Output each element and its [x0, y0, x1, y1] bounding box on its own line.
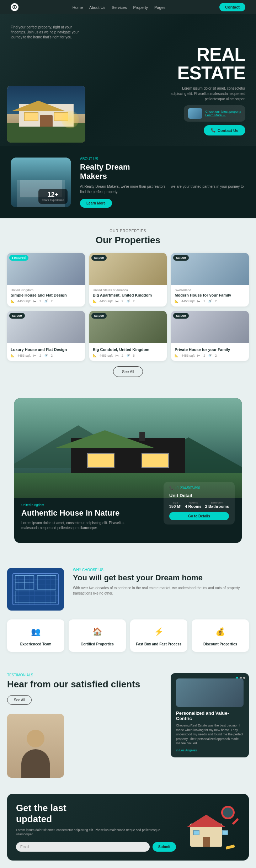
- bath-icon-3: 🚿: [208, 299, 212, 303]
- about-description: At Realty Dream Makers, we're more than …: [80, 184, 245, 195]
- hero-property-card[interactable]: Check our latest property Learn More →: [184, 105, 245, 122]
- property-name-5: Big Condotel, United Kingdom: [93, 347, 164, 352]
- features-grid: 👥 Experienced Team 🏠 Certified Propertie…: [7, 619, 249, 652]
- see-all-button[interactable]: See All: [113, 366, 143, 377]
- property-details-4: 📐 4453 sqft 🛏 2 🚿 2: [11, 354, 81, 357]
- bath-icon-5: 🚿: [126, 354, 130, 357]
- blueprint-inner: [12, 573, 59, 605]
- property-info-6: Private House for your Family 📐 4453 sqf…: [171, 343, 249, 361]
- bed-icon-2: 🛏: [116, 299, 119, 303]
- testimonials-title: Hear from our satisfied clients: [7, 679, 164, 690]
- phone-icon: 📞: [169, 486, 174, 490]
- about-content: ABOUT US Realty Dream Makers At Realty D…: [80, 157, 245, 208]
- property-card-link[interactable]: Learn More →: [205, 113, 241, 117]
- property-card-4[interactable]: $3,000 Luxury House and Flat Design 📐 44…: [7, 311, 85, 361]
- nav-links: Home About Us Services Property Pages: [73, 4, 166, 10]
- properties-grid: Featured United Kingdom Simple House and…: [7, 253, 249, 361]
- bed-icon-4: 🛏: [33, 354, 37, 357]
- about-title: Realty Dream Makers: [80, 163, 245, 181]
- property-info-1: United Kingdom Simple House and Flat Des…: [7, 285, 85, 307]
- bath-value-1: 2: [51, 299, 53, 303]
- featured-phone: 📞 +1 234-567-890: [169, 486, 229, 490]
- nav-home[interactable]: Home: [73, 5, 83, 10]
- bed-value-3: 2: [203, 299, 205, 303]
- property-details-3: 📐 4453 sqft 🛏 2 🚿 2: [175, 299, 245, 303]
- about-badge-label: Years Experience: [42, 198, 64, 202]
- featured-unit-title: Unit Detail: [169, 493, 229, 498]
- testimonial-card-image: [176, 678, 244, 707]
- property-badge-5: $3,000: [91, 313, 107, 319]
- nav-contact-button[interactable]: Contact: [219, 3, 245, 11]
- newsletter-email-input[interactable]: [16, 842, 150, 852]
- bath-value-5: 5: [133, 354, 135, 357]
- testimonial-card-author: in Los Angeles: [176, 749, 244, 752]
- area-value-3: 4453 sqft: [181, 299, 194, 303]
- newsletter-submit-button[interactable]: Submit: [153, 842, 176, 852]
- svg-point-1: [14, 6, 15, 8]
- newsletter-card: Get the last updated Lorem ipsum dolor s…: [7, 794, 249, 861]
- properties-section: OUR PROPERTIES Our Properties Featured U…: [0, 218, 256, 388]
- nav-pages[interactable]: Pages: [154, 5, 165, 10]
- feature-label-4: Discount Properties: [195, 642, 245, 646]
- featured-text: United Kingdom Authentic House in Nature…: [21, 503, 139, 536]
- feature-icon-2: 🏠: [90, 625, 105, 639]
- property-card-label: Check our latest property: [205, 110, 241, 113]
- property-info-3: Switzerland Modern House for your Family…: [171, 285, 249, 307]
- property-card-1[interactable]: Featured United Kingdom Simple House and…: [7, 253, 85, 307]
- bath-icon-6: 🚿: [208, 354, 212, 357]
- feature-card-3: ⚡ Fast Buy and Fast Process: [130, 619, 187, 652]
- hero-contact-button[interactable]: 📞 Contact Us: [204, 125, 245, 135]
- navbar: Home About Us Services Property Pages Co…: [0, 0, 256, 14]
- testimonials-see-all-button[interactable]: See All: [7, 695, 32, 705]
- testimonial-card-text: Choosing Real Estate was the best decisi…: [176, 723, 244, 746]
- why-tag: WHY CHOOSE US: [73, 568, 249, 572]
- bath-value-4: 2: [51, 354, 53, 357]
- featured-location: United Kingdom: [21, 503, 139, 507]
- person-image: [7, 714, 64, 778]
- why-text: WHY CHOOSE US You will get best your Dre…: [73, 568, 249, 596]
- newsletter-image: [183, 804, 240, 850]
- bath-icon-1: 🚿: [44, 299, 48, 303]
- bed-value-5: 2: [122, 354, 123, 357]
- hero-section: Find your perfect property, right at you…: [0, 14, 256, 146]
- feature-label-1: Experienced Team: [11, 642, 61, 646]
- unit-stats: Size 350 M² Rooms 4 Rooms Bathroom 2 Bat…: [169, 501, 229, 508]
- nav-about[interactable]: About Us: [89, 5, 105, 10]
- feature-card-4: 💰 Discount Properties: [192, 619, 249, 652]
- property-card-3[interactable]: $3,000 Switzerland Modern House for your…: [171, 253, 249, 307]
- bed-icon-3: 🛏: [197, 299, 201, 303]
- bath-icon-2: 🚿: [126, 299, 130, 303]
- unit-stat-bathroom: Bathroom 2 Bathrooms: [205, 501, 229, 508]
- property-details-5: 📐 4453 sqft 🛏 2 🚿 5: [93, 354, 164, 357]
- property-details-1: 📐 4453 sqft 🛏 2 🚿 2: [11, 299, 81, 303]
- property-card-2[interactable]: $3,000 United States of America Big Apar…: [89, 253, 167, 307]
- property-card-5[interactable]: $3,000 Big Condotel, United Kingdom 📐 44…: [89, 311, 167, 361]
- unit-stat-size: Size 350 M²: [169, 501, 181, 508]
- hero-description: Lorem ipsum dolor sit amet, consectetur …: [167, 86, 245, 102]
- area-icon-3: 📐: [175, 299, 178, 303]
- nav-services[interactable]: Services: [112, 5, 127, 10]
- feature-card-2: 🏠 Certified Properties: [69, 619, 126, 652]
- phone-icon: 📞: [211, 128, 216, 133]
- area-icon-4: 📐: [11, 354, 15, 357]
- property-badge-2: $3,000: [91, 255, 107, 261]
- bed-icon-5: 🛏: [116, 354, 119, 357]
- bed-value-2: 2: [122, 299, 123, 303]
- property-badge-1: Featured: [9, 255, 28, 261]
- area-value-6: 4453 sqft: [181, 354, 194, 357]
- property-info-4: Luxury House and Flat Design 📐 4453 sqft…: [7, 343, 85, 361]
- testimonial-card-title: Personalized and Value-Centric: [176, 710, 244, 721]
- area-icon-1: 📐: [11, 299, 15, 303]
- go-detail-button[interactable]: Go to Details: [169, 512, 229, 520]
- nav-property[interactable]: Property: [133, 5, 148, 10]
- hero-right: REAL ESTATE Lorem ipsum dolor sit amet, …: [128, 45, 245, 135]
- feature-icon-3: ⚡: [152, 625, 166, 639]
- property-img-6: $3,000: [171, 311, 249, 343]
- feature-icon-1: 👥: [29, 625, 43, 639]
- property-location-2: United States of America: [93, 288, 164, 292]
- property-card-6[interactable]: $3,000 Private House for your Family 📐 4…: [171, 311, 249, 361]
- about-badge-number: 12+: [42, 191, 64, 198]
- property-details-6: 📐 4453 sqft 🛏 2 🚿 2: [175, 354, 245, 357]
- learn-more-button[interactable]: Learn More: [80, 199, 112, 208]
- why-description: With over two decades of experience in t…: [73, 585, 249, 596]
